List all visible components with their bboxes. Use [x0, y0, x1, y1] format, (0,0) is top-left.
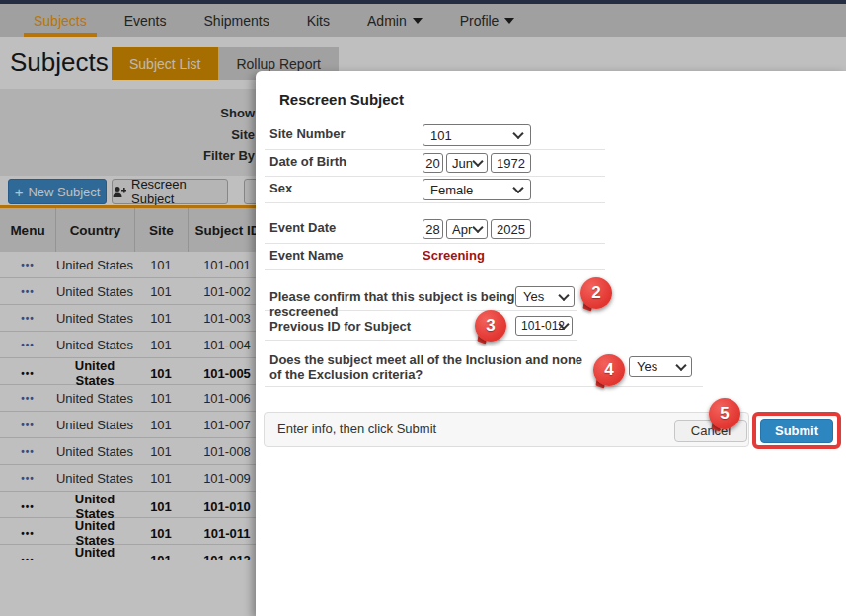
previous-id-select[interactable]: 101-012	[515, 316, 573, 336]
event-name-value: Screening	[423, 248, 485, 263]
criteria-select[interactable]: Yes	[629, 356, 692, 377]
annotation-badge-4: 4	[593, 354, 625, 386]
dob-day-input[interactable]: 20	[423, 153, 443, 173]
submit-button[interactable]: Submit	[760, 419, 833, 443]
event-date-label: Event Date	[269, 220, 336, 235]
event-name-label: Event Name	[269, 248, 343, 263]
event-day-value: 28	[425, 222, 439, 237]
event-year-input[interactable]: 2025	[491, 219, 531, 239]
field-site-number: Site Number 101	[265, 122, 605, 150]
badge-number: 4	[593, 354, 625, 386]
badge-number: 3	[475, 310, 506, 342]
sex-select[interactable]: Female	[423, 179, 531, 200]
footer-hint: Enter info, then click Submit	[277, 422, 436, 436]
event-month-select[interactable]: Apr	[446, 219, 488, 239]
annotation-badge-3: 3	[475, 310, 506, 342]
rescreen-subject-modal: Rescreen Subject Site Number 101 Date of…	[256, 71, 846, 616]
dob-year-value: 1972	[497, 156, 525, 171]
chevron-down-icon	[675, 359, 686, 370]
event-year-value: 2025	[497, 222, 525, 237]
site-number-value: 101	[430, 128, 452, 143]
chevron-down-icon	[472, 156, 483, 167]
event-month-value: Apr	[452, 222, 472, 237]
dob-day-value: 20	[425, 156, 439, 171]
dob-month-value: Jun	[452, 156, 473, 171]
sex-label: Sex	[269, 181, 292, 195]
site-number-label: Site Number	[269, 126, 346, 141]
field-sex: Sex Female	[265, 177, 605, 203]
criteria-value: Yes	[637, 359, 657, 374]
confirm-rescreen-select[interactable]: Yes	[515, 286, 575, 307]
modal-title: Rescreen Subject	[279, 91, 404, 108]
confirm-rescreen-value: Yes	[523, 289, 544, 304]
annotation-badge-5: 5	[709, 398, 740, 429]
badge-number: 5	[709, 398, 740, 429]
dob-month-select[interactable]: Jun	[446, 153, 488, 173]
previous-id-label: Previous ID for Subject	[269, 319, 411, 334]
chevron-down-icon	[558, 289, 569, 300]
chevron-down-icon	[512, 183, 523, 193]
site-number-select[interactable]: 101	[423, 124, 531, 146]
chevron-down-icon	[512, 128, 523, 139]
annotation-badge-2: 2	[580, 277, 612, 309]
field-event-name: Event Name Screening	[265, 244, 605, 270]
dob-label: Date of Birth	[269, 154, 346, 169]
field-date-of-birth: Date of Birth 20 Jun 1972	[265, 150, 605, 177]
dob-year-input[interactable]: 1972	[491, 153, 531, 173]
previous-id-value: 101-012	[521, 319, 565, 333]
sex-value: Female	[430, 183, 473, 197]
event-day-input[interactable]: 28	[423, 219, 443, 239]
field-event-date: Event Date 28 Apr 2025	[265, 216, 605, 244]
criteria-label: Does the subject meet all of the Inclusi…	[269, 352, 589, 382]
badge-number: 2	[580, 277, 612, 309]
chevron-down-icon	[472, 222, 483, 233]
